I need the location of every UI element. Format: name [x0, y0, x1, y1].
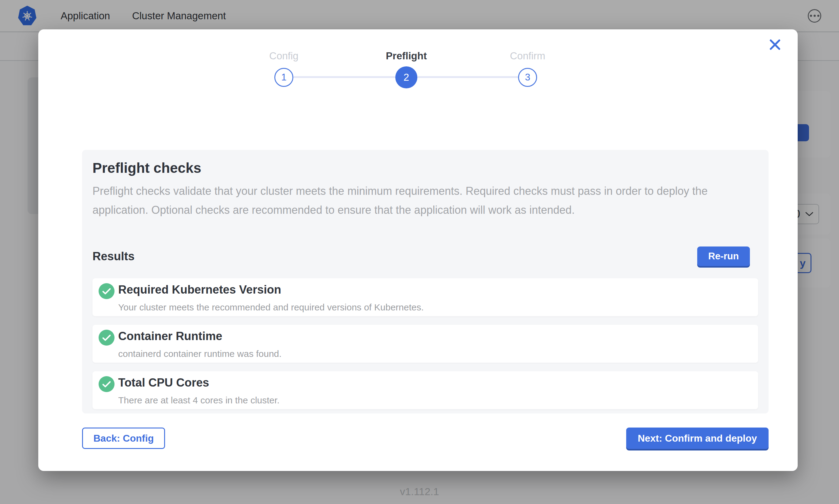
check-detail: There are at least 4 cores in the cluste… [118, 395, 752, 406]
check-circle-icon [99, 330, 115, 346]
check-circle-icon [99, 283, 115, 299]
preflight-panel: Preflight checks Preflight checks valida… [82, 150, 769, 413]
check-title: Required Kubernetes Version [118, 283, 752, 296]
rerun-button[interactable]: Re-run [697, 247, 750, 266]
step-label-config: Config [238, 50, 330, 62]
check-detail: Your cluster meets the recommended and r… [118, 302, 752, 313]
step-label-preflight: Preflight [360, 50, 452, 62]
check-card-total-cpu-cores: Total CPU Cores There are at least 4 cor… [92, 371, 758, 409]
screen: Application Cluster Management 0 y v1.11… [0, 0, 839, 504]
step-connector [293, 76, 396, 78]
next-confirm-deploy-button[interactable]: Next: Confirm and deploy [626, 428, 769, 449]
check-detail: containerd container runtime was found. [118, 348, 752, 360]
back-config-button[interactable]: Back: Config [82, 428, 165, 449]
check-results-list: Required Kubernetes Version Your cluster… [92, 278, 758, 409]
step-label-confirm: Confirm [482, 50, 573, 62]
check-card-container-runtime: Container Runtime containerd container r… [92, 325, 758, 363]
check-title: Container Runtime [118, 329, 752, 343]
modal-title: Preflight checks [92, 159, 758, 177]
results-header-row: Results Re-run [92, 247, 758, 266]
check-circle-icon [99, 376, 115, 392]
check-card-kubernetes-version: Required Kubernetes Version Your cluster… [92, 278, 758, 316]
preflight-modal: Config Preflight Confirm 1 2 3 Preflight… [38, 29, 798, 471]
results-heading: Results [92, 250, 134, 263]
step-circle-2[interactable]: 2 [395, 66, 417, 88]
step-circle-3[interactable]: 3 [518, 68, 537, 87]
step-circle-1[interactable]: 1 [274, 68, 293, 87]
step-connector [417, 76, 518, 78]
modal-description: Preflight checks validate that your clus… [92, 182, 754, 220]
step-indicator: Config Preflight Confirm 1 2 3 [38, 29, 798, 121]
check-title: Total CPU Cores [118, 376, 752, 390]
